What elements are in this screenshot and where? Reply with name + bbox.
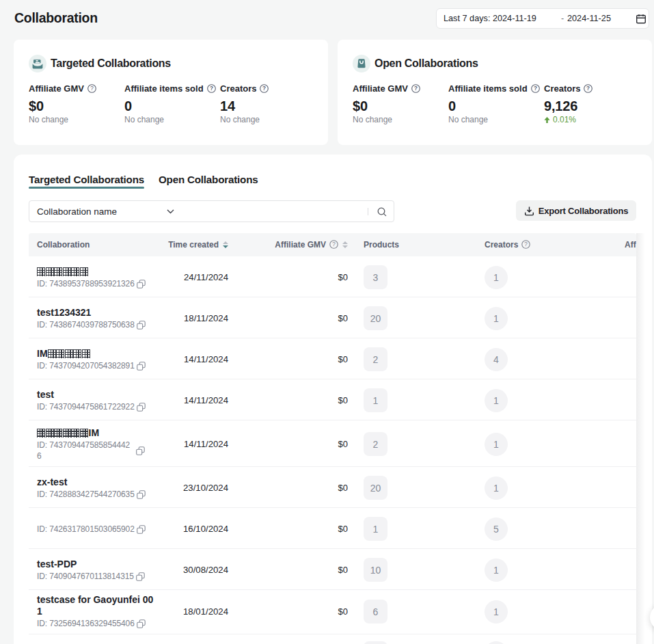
svg-text:?: ? [534, 85, 537, 92]
svg-text:?: ? [525, 241, 528, 247]
svg-text:?: ? [586, 85, 590, 92]
svg-text:?: ? [90, 85, 94, 92]
svg-text:?: ? [332, 241, 336, 247]
svg-text:?: ? [262, 85, 266, 92]
svg-text:?: ? [414, 85, 418, 92]
svg-text:?: ? [210, 85, 213, 92]
